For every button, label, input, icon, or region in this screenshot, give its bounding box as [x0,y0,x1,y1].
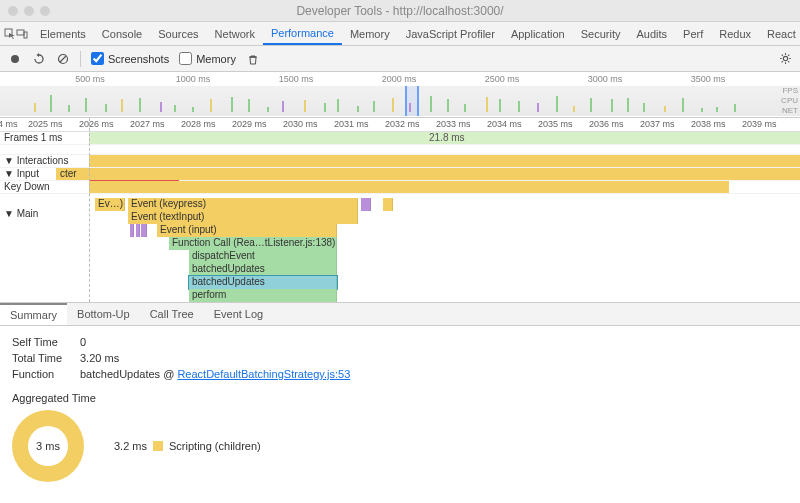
subtab-summary[interactable]: Summary [0,303,67,325]
flamechart-panel[interactable]: 4 ms2025 ms2026 ms2027 ms2028 ms2029 ms2… [0,118,800,302]
device-icon[interactable] [16,22,28,45]
overview-activity-bar [447,99,449,112]
overview-activity-bar [105,104,107,112]
flame-textinput[interactable]: Event (textInput) [128,211,358,224]
overview-activity-bar [573,106,575,112]
frame-bar[interactable]: 21.8 ms [89,132,800,144]
flame-keypress[interactable]: Event (keypress) [128,198,358,211]
tab-redux[interactable]: Redux [711,22,759,45]
overview-tick: 3000 ms [588,74,623,84]
record-icon[interactable] [8,52,22,66]
flame-function-call[interactable]: Function Call (Rea…tListener.js:138) [169,237,337,250]
screenshots-checkbox[interactable]: Screenshots [91,52,169,65]
flame-small[interactable] [383,198,393,211]
flame-purple[interactable] [130,224,134,237]
detail-tick: 2032 ms [385,119,420,129]
tab-performance[interactable]: Performance [263,22,342,45]
overview-activity-bar [357,106,359,112]
detail-tick: 2034 ms [487,119,522,129]
memory-label: Memory [196,53,236,65]
overview-tick: 1500 ms [279,74,314,84]
detail-tick: 2036 ms [589,119,624,129]
tab-security[interactable]: Security [573,22,629,45]
tab-audits[interactable]: Audits [628,22,675,45]
detail-tick: 2031 ms [334,119,369,129]
flame-event[interactable]: Ev…) [95,198,125,211]
legend-label: Scripting (children) [169,440,261,452]
interactions-label[interactable]: ▼ Interactions [4,155,68,166]
minimize-traffic-light[interactable] [24,6,34,16]
flame-purple[interactable] [141,224,147,237]
input-label[interactable]: ▼ Input [4,168,39,179]
timeline-overview[interactable]: 500 ms1000 ms1500 ms2000 ms2500 ms3000 m… [0,72,800,118]
settings-gear-icon[interactable] [778,52,792,66]
overview-tick: 3500 ms [691,74,726,84]
input-bar[interactable]: cter [56,168,800,180]
function-name: batchedUpdates @ [80,368,177,380]
tab-network[interactable]: Network [207,22,263,45]
main-label[interactable]: ▼ Main [4,208,38,219]
tab-javascript-profiler[interactable]: JavaScript Profiler [398,22,503,45]
detail-tick: 4 ms [0,119,18,129]
close-traffic-light[interactable] [8,6,18,16]
divider [80,51,81,67]
detail-tick: 2035 ms [538,119,573,129]
flame-purple[interactable] [361,198,371,211]
flame-perform[interactable]: perform [189,289,337,302]
interactions-bar[interactable] [89,155,800,167]
subtab-call-tree[interactable]: Call Tree [140,303,204,325]
detail-tick: 2026 ms [79,119,114,129]
tab-elements[interactable]: Elements [32,22,94,45]
legend-value: 3.2 ms [114,440,147,452]
flame-purple[interactable] [136,224,140,237]
self-time-label: Self Time [12,336,72,348]
clear-icon[interactable] [56,52,70,66]
garbage-icon[interactable] [246,52,260,66]
tab-memory[interactable]: Memory [342,22,398,45]
function-source-link[interactable]: ReactDefaultBatchingStrategy.js:53 [177,368,350,380]
flame-batched1[interactable]: batchedUpdates [189,263,337,276]
interactions-row: ▼ Interactions [0,155,800,168]
reload-icon[interactable] [32,52,46,66]
svg-point-6 [783,56,787,60]
flame-batched2-selected[interactable]: batchedUpdates [189,276,337,289]
tab-application[interactable]: Application [503,22,573,45]
overview-activity-bar [682,98,684,112]
tab-react[interactable]: React [759,22,800,45]
overview-activity-bar [174,105,176,112]
detail-tick: 2027 ms [130,119,165,129]
frame-duration: 21.8 ms [429,132,465,143]
tab-perf[interactable]: Perf [675,22,711,45]
overview-activity-bar [34,103,36,112]
flame-chart[interactable]: Ev…) Event (keypress) Event (textInput) … [89,198,800,302]
overview-activity-bar [556,96,558,112]
tab-console[interactable]: Console [94,22,150,45]
overview-activity-bar [664,106,666,112]
overview-selection[interactable] [405,86,419,116]
memory-checkbox[interactable]: Memory [179,52,236,65]
total-time-label: Total Time [12,352,72,364]
overview-activity-bar [248,99,250,112]
overview-activity-bar [409,103,411,112]
overview-activity-bar [85,98,87,112]
subtab-bottom-up[interactable]: Bottom-Up [67,303,140,325]
zoom-traffic-light[interactable] [40,6,50,16]
overview-activity-bar [464,104,466,112]
keydown-bar[interactable] [89,181,729,193]
overview-activity-bar [267,107,269,112]
subtab-event-log[interactable]: Event Log [204,303,274,325]
inspect-icon[interactable] [4,22,16,45]
overview-activity-bar [590,98,592,112]
overview-activity-bar [50,95,52,112]
overview-activity-bar [643,103,645,112]
overview-activity-bar [121,99,123,112]
detail-tick: 2030 ms [283,119,318,129]
overview-activity-bar [537,103,539,112]
overview-activity-bar [324,103,326,112]
keydown-row: Key Down [0,181,800,194]
flame-dispatch[interactable]: dispatchEvent [189,250,337,263]
overview-activity-bar [160,102,162,112]
detail-tick: 2028 ms [181,119,216,129]
tab-sources[interactable]: Sources [150,22,206,45]
flame-input[interactable]: Event (input) [157,224,337,237]
